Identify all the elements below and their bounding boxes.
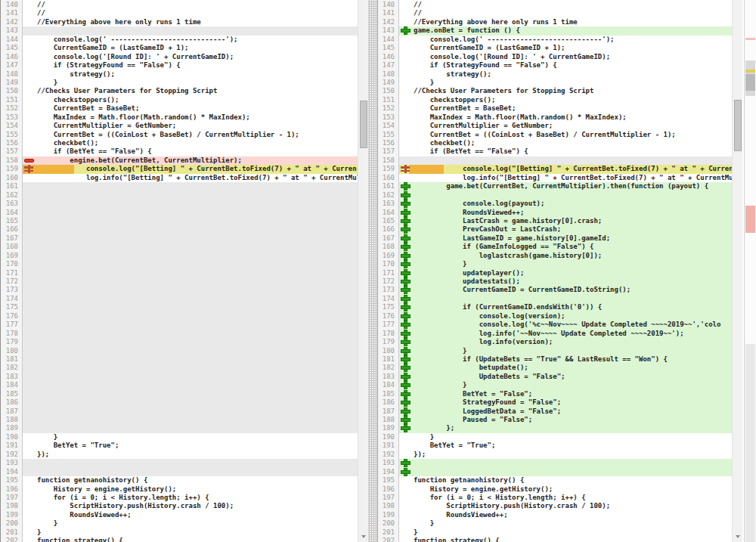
code-line[interactable] [23, 269, 358, 277]
code-line[interactable]: game.onBet = function () { [399, 26, 732, 35]
code-line[interactable]: checkbet(); [399, 139, 732, 147]
code-line[interactable]: log.info(version); [399, 338, 732, 346]
code-area-left[interactable]: //////Everything above here only runs 1 … [23, 0, 358, 542]
code-line[interactable]: BetYet = "True"; [399, 441, 732, 450]
code-line[interactable]: } [399, 260, 732, 268]
code-line[interactable]: checkstoppers(); [23, 96, 358, 104]
code-line[interactable] [23, 286, 358, 294]
code-line[interactable]: BetYet = "True"; [23, 441, 358, 450]
code-line[interactable]: CurrentGameID = (LastGameID + 1); [399, 44, 732, 52]
diff-marker-deleted-small[interactable] [745, 38, 755, 40]
code-line[interactable]: // [399, 1, 732, 9]
code-line[interactable]: log.info("[Betting] " + CurrentBet.toFix… [399, 174, 732, 182]
code-line[interactable]: StrategyFound = "False"; [399, 398, 732, 407]
code-line[interactable]: RoundsViewed++; [399, 209, 732, 217]
code-line[interactable]: CurrentBet = BaseBet; [23, 104, 358, 113]
code-line[interactable]: } [399, 381, 732, 389]
code-line[interactable] [399, 191, 732, 200]
code-line[interactable]: BetYet = "False"; [399, 390, 732, 398]
code-line[interactable]: //Everything above here only runs 1 time [399, 18, 732, 26]
code-line[interactable]: console.log(version); [399, 312, 732, 321]
code-line[interactable]: if (BetYet == "False") { [23, 147, 358, 156]
code-line[interactable]: game.bet(CurrentBet, CurrentMultiplier).… [399, 182, 732, 190]
code-line[interactable] [23, 364, 358, 372]
code-line[interactable]: CurrentMultiplier = GetNumber; [23, 122, 358, 130]
code-line[interactable]: } [23, 528, 358, 537]
code-line[interactable]: function getnanohistory() { [399, 476, 732, 485]
code-line[interactable]: console.log('%c~~Nov~~~~ Update Complete… [399, 321, 732, 329]
code-line[interactable]: function strategy() { [23, 537, 358, 542]
vertical-scrollbar-left[interactable] [358, 0, 368, 542]
code-line[interactable]: CurrentBet = ((CoinLost + BaseBet) / Cur… [399, 131, 732, 139]
code-line[interactable]: RoundsViewed++; [399, 511, 732, 519]
code-line[interactable]: updatestats(); [399, 277, 732, 286]
scroll-down-button[interactable] [733, 531, 742, 541]
code-line[interactable]: function getnanohistory() { [23, 476, 358, 485]
code-line[interactable]: if (GameInfoLogged == "False") { [399, 243, 732, 251]
vertical-scrollbar-right[interactable] [732, 0, 742, 542]
code-line[interactable] [23, 390, 358, 398]
diff-marker-changed[interactable] [745, 70, 755, 73]
code-line[interactable] [23, 398, 358, 407]
code-line[interactable] [23, 338, 358, 346]
code-line[interactable]: //Everything above here only runs 1 time [23, 18, 358, 26]
code-line[interactable] [23, 217, 358, 225]
code-line[interactable]: LastGameID = game.history[0].gameId; [399, 234, 732, 243]
code-line[interactable]: if (StrategyFound == "False") { [23, 61, 358, 70]
code-line[interactable]: strategy(); [399, 70, 732, 79]
pane-splitter[interactable] [368, 0, 378, 542]
code-line[interactable]: if (StrategyFound == "False") { [399, 61, 732, 70]
code-line[interactable] [23, 191, 358, 200]
code-line[interactable]: } [23, 433, 358, 441]
code-line[interactable]: betupdate(); [399, 364, 732, 372]
code-line[interactable]: checkstoppers(); [399, 96, 732, 104]
code-line[interactable]: } [399, 528, 732, 537]
code-line[interactable]: MaxIndex = Math.floor(Math.random() * Ma… [399, 113, 732, 122]
code-line[interactable]: History = engine.getHistory(); [399, 485, 732, 494]
code-line[interactable]: History = engine.getHistory(); [23, 485, 358, 494]
diff-marker-deleted-large[interactable] [745, 206, 755, 233]
code-area-right[interactable]: //////Everything above here only runs 1 … [399, 0, 732, 542]
code-line[interactable]: loglastcrash(game.history[0]); [399, 252, 732, 260]
code-line[interactable] [23, 26, 358, 35]
code-line[interactable] [23, 243, 358, 251]
code-line[interactable] [399, 156, 732, 165]
code-line[interactable] [23, 407, 358, 416]
code-line[interactable]: ScriptHistory.push(History.crash / 100); [23, 502, 358, 510]
code-line[interactable]: if (BetYet == "False") { [399, 147, 732, 156]
code-line[interactable]: for (i = 0; i < History.length; i++) { [399, 494, 732, 502]
code-line[interactable]: if (CurrentGameID.endsWith('0')) { [399, 303, 732, 311]
code-line[interactable]: MaxIndex = Math.floor(Math.random() * Ma… [23, 113, 358, 122]
code-line[interactable]: engine.bet(CurrentBet, CurrentMultiplier… [23, 156, 358, 165]
scrollbar-thumb[interactable] [360, 101, 367, 148]
code-line[interactable]: Paused = "False"; [399, 416, 732, 424]
code-line[interactable]: CurrentGameID = CurrentGameID.toString()… [399, 286, 732, 294]
code-line[interactable]: //Checks User Parameters for Stopping Sc… [399, 87, 732, 95]
code-line[interactable] [23, 330, 358, 338]
code-line[interactable]: PrevCashOut = LastCrash; [399, 225, 732, 234]
code-line[interactable] [399, 468, 732, 476]
code-line[interactable]: UpdateBets = "False"; [399, 373, 732, 381]
code-line[interactable]: console.log("[Betting] " + CurrentBet.to… [399, 165, 732, 173]
code-line[interactable]: CurrentBet = BaseBet; [399, 104, 732, 113]
code-line[interactable] [23, 182, 358, 190]
code-line[interactable]: log.info("[Betting] " + CurrentBet.toFix… [23, 174, 358, 182]
code-line[interactable]: LastCrash = game.history[0].crash; [399, 217, 732, 225]
code-line[interactable]: checkbet(); [23, 139, 358, 147]
code-line[interactable] [23, 347, 358, 355]
code-line[interactable] [23, 373, 358, 381]
code-line[interactable]: ScriptHistory.push(History.crash / 100); [399, 502, 732, 510]
code-line[interactable] [23, 303, 358, 311]
code-line[interactable] [23, 260, 358, 268]
code-line[interactable] [23, 416, 358, 424]
code-line[interactable]: console.log('[Round ID]: ' + CurrentGame… [23, 53, 358, 61]
code-line[interactable]: CurrentMultiplier = GetNumber; [399, 122, 732, 130]
code-line[interactable] [23, 200, 358, 208]
code-line[interactable]: console.log(payout); [399, 200, 732, 208]
code-line[interactable]: // [399, 9, 732, 17]
code-line[interactable] [23, 277, 358, 286]
scroll-down-button[interactable] [359, 531, 368, 541]
code-line[interactable]: }); [399, 451, 732, 459]
code-line[interactable] [23, 225, 358, 234]
code-line[interactable] [23, 312, 358, 321]
